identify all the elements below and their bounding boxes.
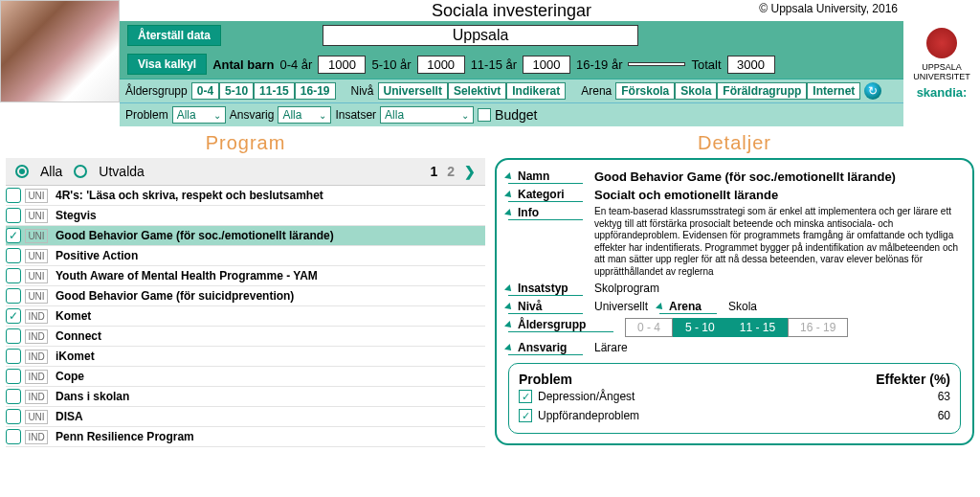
program-checkbox[interactable] bbox=[6, 328, 21, 344]
age-0-4-label: 0-4 år bbox=[279, 57, 312, 72]
refresh-icon[interactable]: ↻ bbox=[864, 82, 881, 100]
program-checkbox[interactable] bbox=[6, 409, 21, 424]
program-row[interactable]: INDKomet bbox=[6, 306, 485, 327]
detail-category-label: Kategori bbox=[508, 188, 583, 202]
detail-responsible: Lärare bbox=[594, 341, 628, 354]
app-title: Sociala investeringar bbox=[432, 1, 591, 21]
detail-arena: Skola bbox=[728, 300, 757, 313]
responsible-filter-label: Ansvarig bbox=[230, 108, 275, 122]
age-badge: 11 - 15 bbox=[727, 318, 788, 337]
interventions-select[interactable]: Alla⌄ bbox=[380, 106, 474, 124]
program-row[interactable]: UNIPositive Action bbox=[6, 246, 485, 266]
problem-checkbox[interactable] bbox=[519, 409, 532, 422]
page-2[interactable]: 2 bbox=[447, 164, 455, 179]
program-level-badge: UNI bbox=[25, 249, 48, 263]
program-name: Connect bbox=[52, 328, 485, 345]
program-level-badge: IND bbox=[25, 329, 48, 344]
detail-info-label: Info bbox=[508, 206, 583, 220]
agegroup-toggle[interactable]: 16-19 bbox=[295, 82, 336, 100]
program-name: Positive Action bbox=[52, 247, 485, 264]
detail-level-label: Nivå bbox=[508, 300, 583, 314]
program-row[interactable]: UNIGood Behavior Game (för suicidprevent… bbox=[6, 286, 485, 306]
program-checkbox[interactable] bbox=[6, 188, 21, 203]
chevron-down-icon: ⌄ bbox=[461, 110, 469, 121]
program-section-title: Program bbox=[6, 132, 485, 154]
age-11-15-input[interactable]: 1000 bbox=[523, 56, 570, 74]
program-checkbox[interactable] bbox=[6, 208, 21, 223]
program-checkbox[interactable] bbox=[6, 268, 21, 283]
municipality-input[interactable]: Uppsala bbox=[323, 25, 638, 46]
agegroup-toggle[interactable]: 11-15 bbox=[254, 82, 295, 100]
age-16-19-input[interactable] bbox=[628, 62, 685, 66]
problem-checkbox[interactable] bbox=[519, 390, 532, 403]
program-row[interactable]: INDConnect bbox=[6, 327, 485, 347]
page-1[interactable]: 1 bbox=[430, 164, 437, 179]
filter-all-radio[interactable] bbox=[15, 165, 29, 178]
arena-toggle[interactable]: Föräldragrupp bbox=[717, 82, 807, 100]
age-badge: 5 - 10 bbox=[673, 318, 727, 337]
show-calc-button[interactable]: Visa kalkyl bbox=[127, 54, 207, 75]
detail-arena-label: Arena bbox=[659, 300, 717, 314]
program-level-badge: IND bbox=[25, 309, 48, 324]
details-section-title: Detaljer bbox=[495, 132, 974, 154]
problem-select[interactable]: Alla⌄ bbox=[172, 106, 226, 124]
level-toggle[interactable]: Indikerat bbox=[506, 82, 566, 100]
interventions-filter-label: Insatser bbox=[335, 108, 376, 122]
problem-name: Uppförandeproblem bbox=[538, 409, 639, 422]
agegroup-toggle[interactable]: 5-10 bbox=[219, 82, 254, 100]
level-filter-label: Nivå bbox=[351, 84, 374, 98]
program-row[interactable]: INDPenn Resilience Program bbox=[6, 427, 485, 447]
age-5-10-input[interactable]: 1000 bbox=[417, 56, 465, 74]
program-row[interactable]: UNIStegvis bbox=[6, 206, 485, 226]
arena-toggle[interactable]: Skola bbox=[675, 82, 717, 100]
program-level-badge: UNI bbox=[25, 269, 48, 283]
program-row[interactable]: UNI4R's: 'Läsa och skriva, respekt och b… bbox=[6, 186, 485, 206]
program-row[interactable]: INDiKomet bbox=[6, 347, 485, 367]
detail-level: Universellt bbox=[594, 300, 648, 313]
program-checkbox[interactable] bbox=[6, 248, 21, 263]
program-checkbox[interactable] bbox=[6, 228, 21, 243]
chevron-down-icon: ⌄ bbox=[213, 110, 221, 121]
program-checkbox[interactable] bbox=[6, 288, 21, 304]
filter-selected-radio[interactable] bbox=[74, 165, 87, 178]
detail-type: Skolprogram bbox=[594, 282, 659, 295]
arena-toggle[interactable]: Förskola bbox=[615, 82, 675, 100]
program-row[interactable]: INDDans i skolan bbox=[6, 387, 485, 407]
effects-header: Effekter (%) bbox=[876, 372, 950, 387]
program-checkbox[interactable] bbox=[6, 349, 21, 364]
program-level-badge: IND bbox=[25, 350, 48, 364]
program-checkbox[interactable] bbox=[6, 308, 21, 324]
arena-toggle[interactable]: Internet bbox=[807, 82, 860, 100]
budget-label: Budget bbox=[495, 107, 537, 123]
program-checkbox[interactable] bbox=[6, 429, 21, 444]
chevron-down-icon: ⌄ bbox=[319, 110, 326, 121]
program-row[interactable]: UNIDISA bbox=[6, 407, 485, 427]
problem-effect: 63 bbox=[938, 390, 950, 403]
program-name: iKomet bbox=[52, 348, 485, 365]
program-row[interactable]: UNIYouth Aware of Mental Health Programm… bbox=[6, 266, 485, 286]
level-toggle[interactable]: Selektivt bbox=[448, 82, 506, 100]
level-toggle[interactable]: Universellt bbox=[378, 82, 448, 100]
program-checkbox[interactable] bbox=[6, 389, 21, 404]
program-name: Stegvis bbox=[52, 207, 485, 224]
problem-name: Depression/Ångest bbox=[538, 390, 635, 403]
age-0-4-input[interactable]: 1000 bbox=[318, 56, 366, 74]
agegroup-filter-label: Åldersgrupp bbox=[125, 84, 188, 98]
program-row[interactable]: INDCope bbox=[6, 367, 485, 387]
responsible-select[interactable]: Alla⌄ bbox=[278, 106, 331, 124]
arena-filter-label: Arena bbox=[581, 84, 612, 98]
page-next-icon[interactable]: ❯ bbox=[464, 164, 476, 179]
filter-selected-label: Utvalda bbox=[99, 164, 144, 179]
program-name: DISA bbox=[52, 408, 485, 425]
reset-button[interactable]: Återställ data bbox=[127, 25, 221, 46]
program-row[interactable]: UNIGood Behavior Game (för soc./emotione… bbox=[6, 226, 485, 246]
detail-name: Good Behavior Game (för soc./emotionellt… bbox=[594, 169, 961, 184]
detail-agegroup-label: Åldersgrupp bbox=[508, 318, 613, 332]
program-level-badge: UNI bbox=[25, 189, 48, 203]
agegroup-toggle[interactable]: 0-4 bbox=[191, 82, 219, 100]
program-checkbox[interactable] bbox=[6, 369, 21, 384]
program-name: 4R's: 'Läsa och skriva, respekt och besl… bbox=[52, 187, 485, 204]
detail-category: Socialt och emotionellt lärande bbox=[594, 188, 961, 202]
budget-checkbox[interactable] bbox=[478, 108, 491, 122]
program-name: Penn Resilience Program bbox=[52, 428, 485, 445]
